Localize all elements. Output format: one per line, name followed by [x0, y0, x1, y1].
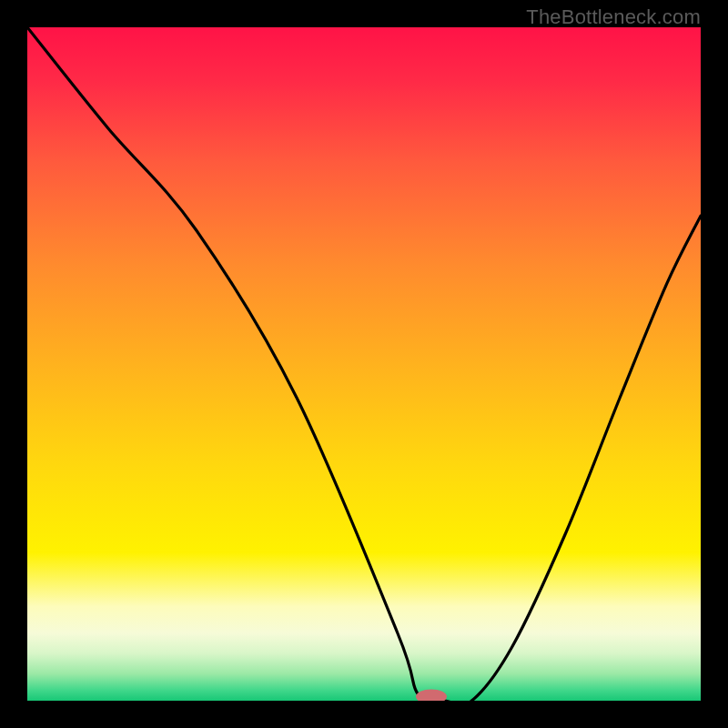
plot-area	[27, 27, 701, 701]
bottleneck-chart-svg	[27, 27, 701, 701]
watermark-text: TheBottleneck.com	[526, 5, 701, 29]
gradient-background	[27, 27, 701, 701]
chart-frame: TheBottleneck.com	[0, 0, 728, 728]
